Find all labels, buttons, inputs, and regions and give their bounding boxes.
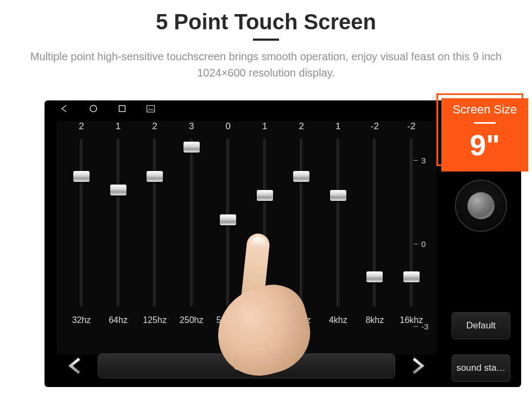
eq-band-value: 0	[225, 121, 230, 134]
eq-slider[interactable]	[117, 138, 120, 307]
eq-band: 0500hz	[213, 121, 243, 325]
eq-slider[interactable]	[373, 138, 376, 307]
eq-slider[interactable]	[153, 138, 156, 307]
eq-slider[interactable]	[410, 138, 413, 307]
badge-divider	[474, 122, 496, 124]
eq-band-freq: 500hz	[216, 315, 240, 325]
eq-band-freq: 32hz	[72, 315, 91, 325]
eq-band-value: 1	[262, 121, 267, 134]
eq-slider[interactable]	[337, 138, 340, 307]
eq-band-value: 2	[79, 121, 84, 134]
eq-slider[interactable]	[80, 138, 83, 307]
gallery-icon[interactable]	[147, 105, 155, 112]
eq-band-freq: 8khz	[365, 315, 384, 325]
eq-band: 3250hz	[176, 121, 207, 325]
slider-thumb-icon[interactable]	[330, 190, 346, 201]
screen-size-badge: Screen Size 9"	[436, 93, 523, 166]
slider-thumb-icon[interactable]	[110, 185, 126, 195]
preset-name-button[interactable]: Jazz	[98, 353, 395, 378]
sound-stage-button[interactable]: sound sta…	[452, 354, 510, 382]
scale-mid: 0	[421, 239, 426, 249]
eq-band: 11khz	[250, 121, 280, 325]
slider-thumb-icon[interactable]	[73, 171, 90, 182]
dial-knob-icon	[467, 192, 495, 219]
eq-slider[interactable]	[300, 138, 303, 307]
scale-max: 3	[421, 156, 426, 165]
eq-band-freq: 2khz	[292, 315, 311, 325]
slider-thumb-icon[interactable]	[183, 142, 200, 153]
svg-rect-2	[147, 105, 155, 112]
eq-band: 2125hz	[140, 121, 170, 325]
eq-band: 14khz	[323, 121, 353, 325]
eq-band-freq: 64hz	[109, 315, 128, 325]
eq-band-freq: 125hz	[143, 315, 167, 325]
eq-scale: 3 0 -3	[414, 159, 430, 327]
eq-band-value: 3	[189, 121, 194, 134]
slider-thumb-icon[interactable]	[220, 214, 236, 225]
back-icon[interactable]	[60, 104, 68, 113]
eq-band-value: 2	[299, 121, 304, 134]
eq-band-value: 2	[152, 121, 157, 134]
svg-rect-1	[119, 106, 125, 112]
page-title: 5 Point Touch Screen	[0, 10, 532, 34]
eq-band-freq: 4khz	[329, 315, 347, 325]
volume-dial[interactable]	[455, 180, 507, 232]
eq-band: 232hz	[66, 121, 97, 325]
eq-band: 164hz	[103, 121, 134, 325]
default-button[interactable]: Default	[452, 312, 510, 339]
recent-icon[interactable]	[118, 105, 126, 112]
slider-thumb-icon[interactable]	[257, 190, 273, 201]
eq-slider[interactable]	[226, 138, 230, 307]
eq-band-value: -2	[371, 121, 379, 134]
eq-band: -28khz	[359, 121, 390, 325]
eq-band: 22khz	[286, 121, 316, 325]
eq-slider[interactable]	[263, 138, 267, 307]
eq-band-value: 1	[116, 121, 121, 134]
eq-band-value: 1	[335, 121, 340, 134]
eq-band-freq: 250hz	[180, 315, 204, 325]
slider-thumb-icon[interactable]	[147, 171, 163, 182]
preset-next-button[interactable]	[406, 354, 429, 377]
preset-prev-button[interactable]	[64, 354, 87, 377]
preset-row: Jazz	[56, 350, 436, 382]
eq-band-value: -2	[407, 121, 415, 134]
eq-slider[interactable]	[190, 138, 193, 307]
title-underline	[253, 39, 279, 41]
page-subtitle: Multiple point high-sensitive touchscree…	[22, 48, 510, 81]
home-icon[interactable]	[89, 104, 98, 113]
svg-point-0	[90, 105, 97, 112]
slider-thumb-icon[interactable]	[366, 271, 383, 282]
badge-value: 9"	[441, 128, 528, 162]
eq-band-freq: 1khz	[256, 315, 274, 325]
equalizer-panel: 232hz164hz2125hz3250hz0500hz11khz22khz14…	[56, 121, 436, 354]
badge-label: Screen Size	[441, 103, 528, 117]
slider-thumb-icon[interactable]	[293, 171, 309, 182]
scale-min: -3	[421, 322, 428, 331]
